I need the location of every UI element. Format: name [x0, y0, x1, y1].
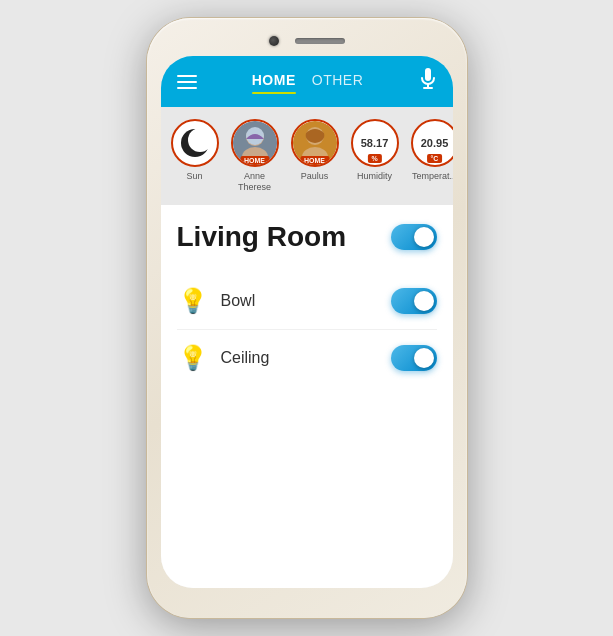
phone-top	[161, 32, 453, 50]
mic-icon[interactable]	[419, 68, 437, 95]
nav-tabs: HOME OTHER	[252, 72, 364, 92]
device-ceiling: 💡 Ceiling	[177, 330, 437, 386]
temp1-circle: 20.95 °C	[411, 119, 453, 167]
nav-bar: HOME OTHER	[161, 56, 453, 107]
sensor-row: Sun HOME AnneTheres	[161, 107, 453, 205]
anne-home-badge: HOME	[240, 156, 269, 165]
hamburger-menu-button[interactable]	[177, 75, 197, 89]
device-bowl: 💡 Bowl	[177, 273, 437, 330]
humidity1-label: Humidity	[357, 171, 392, 182]
paulus-label: Paulus	[301, 171, 329, 182]
humidity1-unit: %	[367, 154, 381, 163]
sensor-humidity1[interactable]: 58.17 % Humidity	[349, 119, 401, 193]
front-camera	[269, 36, 279, 46]
sensor-sun-label: Sun	[186, 171, 202, 182]
speaker	[295, 38, 345, 44]
room-title: Living Room	[177, 221, 347, 253]
phone-screen: HOME OTHER	[161, 56, 453, 588]
bowl-toggle[interactable]	[391, 288, 437, 314]
svg-rect-0	[425, 68, 431, 81]
temp1-unit: °C	[427, 154, 443, 163]
ceiling-bulb-icon: 💡	[177, 342, 209, 374]
temp1-value: 20.95	[421, 137, 449, 149]
bowl-name: Bowl	[221, 292, 391, 310]
sensor-anne[interactable]: HOME AnneTherese	[229, 119, 281, 193]
humidity1-circle: 58.17 %	[351, 119, 399, 167]
temp1-label: Temperat...	[412, 171, 453, 182]
humidity1-value: 58.17	[361, 137, 389, 149]
tab-other[interactable]: OTHER	[312, 72, 364, 92]
bowl-bulb-icon: 💡	[177, 285, 209, 317]
paulus-circle: HOME	[291, 119, 339, 167]
paulus-home-badge: HOME	[300, 156, 329, 165]
sun-circle	[171, 119, 219, 167]
sensor-temp1[interactable]: 20.95 °C Temperat...	[409, 119, 453, 193]
living-room-toggle[interactable]	[391, 224, 437, 250]
sensor-sun[interactable]: Sun	[169, 119, 221, 193]
phone-frame: HOME OTHER	[147, 18, 467, 618]
room-header: Living Room	[177, 221, 437, 253]
ceiling-name: Ceiling	[221, 349, 391, 367]
sensor-paulus[interactable]: HOME Paulus	[289, 119, 341, 193]
anne-circle: HOME	[231, 119, 279, 167]
ceiling-toggle[interactable]	[391, 345, 437, 371]
anne-label: AnneTherese	[238, 171, 271, 193]
tab-home[interactable]: HOME	[252, 72, 296, 92]
main-content: Living Room 💡 Bowl 💡 Ceiling	[161, 205, 453, 588]
